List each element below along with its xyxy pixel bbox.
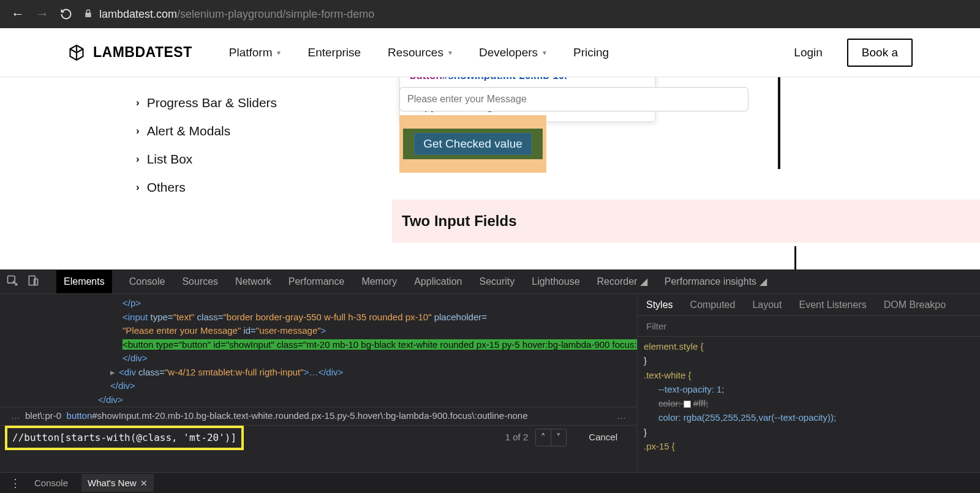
devtools-tabs: Elements Console Sources Network Perform… — [0, 269, 980, 294]
breadcrumb-overflow[interactable]: … — [6, 409, 25, 423]
forward-button[interactable]: → — [36, 6, 49, 22]
two-input-heading: Two Input Fields — [402, 213, 517, 230]
device-toolbar-icon[interactable] — [27, 274, 39, 289]
logo-icon — [67, 43, 86, 62]
devtools-tab-performance[interactable]: Performance — [288, 276, 345, 287]
nav-platform[interactable]: Platform▾ — [229, 46, 281, 59]
color-swatch-icon[interactable] — [684, 401, 691, 408]
dom-search-bar: //button[starts-with(@class, 'mt-20')] 1… — [0, 425, 637, 450]
chevron-down-icon: ▾ — [543, 48, 546, 57]
url-host: lambdatest.com — [99, 8, 177, 20]
vertical-rule — [794, 246, 796, 269]
reload-button[interactable] — [60, 8, 72, 20]
dom-tree[interactable]: </p> <input type="text" class="border bo… — [0, 294, 637, 472]
close-icon[interactable]: ✕ — [137, 478, 148, 488]
sidebar-item-alerts[interactable]: ›Alert & Modals — [136, 124, 277, 138]
chevron-right-icon: › — [136, 125, 140, 137]
chevron-right-icon: › — [136, 153, 140, 165]
breadcrumb-overflow[interactable]: … — [612, 409, 631, 423]
devtools-tab-memory[interactable]: Memory — [361, 276, 397, 287]
devtools-tab-perf-insights[interactable]: Performance insights ◢ — [665, 276, 767, 287]
devtools-tab-application[interactable]: Application — [414, 276, 462, 287]
main-nav: Platform▾ Enterprise Resources▾ Develope… — [229, 46, 609, 59]
nav-resources[interactable]: Resources▾ — [388, 46, 452, 59]
drawer-tab-whats-new[interactable]: What's New✕ — [81, 474, 154, 492]
nav-pricing[interactable]: Pricing — [573, 46, 609, 59]
devtools-tab-elements[interactable]: Elements — [56, 270, 112, 293]
two-input-section: Two Input Fields — [392, 200, 980, 243]
xpath-search-input[interactable]: //button[starts-with(@class, 'mt-20')] — [5, 426, 244, 450]
styles-tab-dom-breakpoints[interactable]: DOM Breakpo — [884, 299, 946, 310]
drawer-menu-icon[interactable]: ⋮ — [10, 476, 21, 490]
login-link[interactable]: Login — [794, 46, 823, 59]
devtools-tab-recorder[interactable]: Recorder ◢ — [597, 276, 647, 287]
devtools-tab-console[interactable]: Console — [129, 276, 165, 287]
search-prev-button[interactable]: ˄ — [536, 429, 551, 446]
beaker-icon: ◢ — [640, 276, 647, 287]
devtools-tab-security[interactable]: Security — [479, 276, 514, 287]
message-input[interactable] — [399, 87, 748, 111]
breadcrumb[interactable]: … blet\:pr-0 button#showInput.mt-20.mb-1… — [0, 407, 637, 425]
search-next-button[interactable]: ˅ — [551, 429, 566, 446]
search-match-count: 1 of 2 — [505, 431, 529, 445]
address-bar[interactable]: lambdatest.com/selenium-playground/simpl… — [83, 8, 969, 21]
nav-enterprise[interactable]: Enterprise — [307, 46, 361, 59]
devtools: Elements Console Sources Network Perform… — [0, 269, 980, 493]
highlight-padding: Get Checked value — [403, 129, 543, 159]
chevron-down-icon: ▾ — [277, 48, 281, 57]
sidebar: ›Progress Bar & Sliders ›Alert & Modals … — [136, 96, 277, 195]
styles-filter-input[interactable]: Filter — [638, 316, 980, 337]
brand-logo[interactable]: LAMBDATEST — [67, 43, 192, 62]
book-demo-button[interactable]: Book a — [847, 39, 913, 67]
get-checked-value-button[interactable]: Get Checked value — [414, 133, 532, 155]
sidebar-item-others[interactable]: ›Others — [136, 180, 277, 195]
browser-toolbar: ← → lambdatest.com/selenium-playground/s… — [0, 0, 980, 28]
styles-tab-computed[interactable]: Computed — [690, 299, 736, 310]
nav-developers[interactable]: Developers▾ — [479, 46, 546, 59]
chevron-right-icon: › — [136, 97, 140, 109]
devtools-drawer: ⋮ Console What's New✕ — [0, 472, 980, 493]
site-header: LAMBDATEST Platform▾ Enterprise Resource… — [0, 28, 980, 77]
chevron-down-icon: ▾ — [448, 48, 452, 57]
lock-icon — [83, 9, 93, 20]
highlight-margin: Get Checked value — [399, 115, 546, 173]
devtools-tab-network[interactable]: Network — [235, 276, 271, 287]
inspect-element-icon[interactable] — [6, 274, 18, 289]
chevron-right-icon: › — [136, 181, 140, 194]
sidebar-item-listbox[interactable]: ›List Box — [136, 152, 277, 167]
styles-tab-layout[interactable]: Layout — [752, 299, 782, 310]
styles-pane: Styles Computed Layout Event Listeners D… — [637, 294, 980, 472]
styles-tab-styles[interactable]: Styles — [646, 299, 673, 310]
url-path: /selenium-playground/simple-form-demo — [177, 8, 374, 20]
styles-rules[interactable]: element.style { } .text-white { --text-o… — [638, 337, 980, 456]
devtools-tab-sources[interactable]: Sources — [182, 276, 218, 287]
search-stepper: ˄ ˅ — [535, 429, 567, 446]
dom-selected-node[interactable]: <button type="button" id="showInput" cla… — [123, 338, 637, 352]
back-button[interactable]: ← — [11, 6, 24, 22]
tooltip-dimensions: 173.02 × 34 — [594, 77, 646, 79]
vertical-rule — [778, 77, 780, 169]
devtools-tab-lighthouse[interactable]: Lighthouse — [532, 276, 579, 287]
beaker-icon: ◢ — [760, 276, 767, 287]
drawer-tab-console[interactable]: Console — [34, 478, 68, 488]
brand-name: LAMBDATEST — [93, 44, 192, 61]
styles-tab-event-listeners[interactable]: Event Listeners — [799, 299, 866, 310]
sidebar-item-progress[interactable]: ›Progress Bar & Sliders — [136, 96, 277, 110]
search-cancel-button[interactable]: Cancel — [574, 431, 632, 445]
page-body: ›Progress Bar & Sliders ›Alert & Modals … — [0, 77, 980, 269]
